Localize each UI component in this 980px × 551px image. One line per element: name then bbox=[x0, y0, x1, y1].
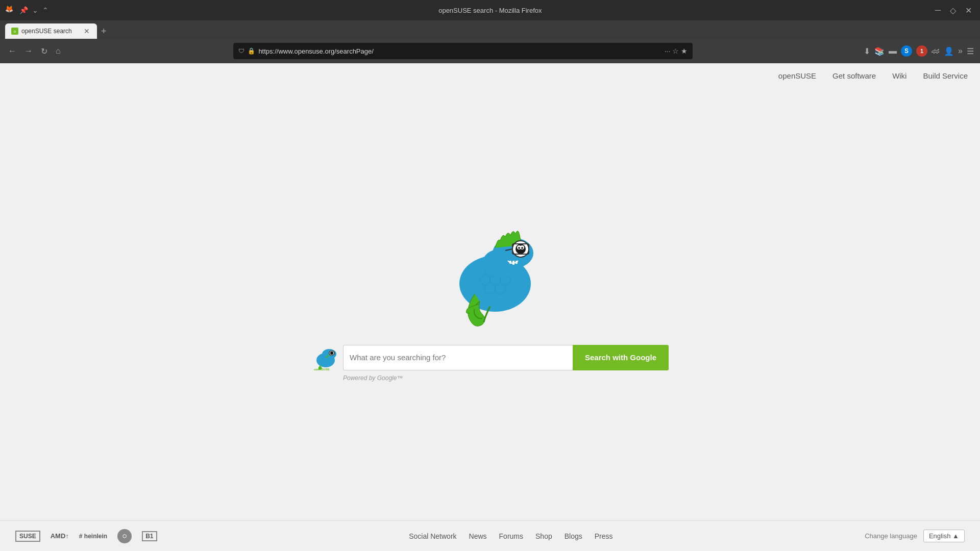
main-content: openSUSE Search with Google Powered by G… bbox=[0, 88, 980, 520]
footer-blogs[interactable]: Blogs bbox=[565, 532, 582, 540]
url-bar[interactable]: 🛡 🔒 ··· ☆ ★ bbox=[233, 43, 693, 59]
search-input-wrap[interactable] bbox=[343, 345, 573, 370]
svg-rect-18 bbox=[509, 261, 511, 264]
url-input[interactable] bbox=[258, 47, 661, 55]
forward-button[interactable]: → bbox=[22, 44, 35, 58]
powered-by-text: Powered by Google™ bbox=[311, 374, 403, 382]
menu-button[interactable]: ☰ bbox=[967, 46, 974, 56]
tab-title: openSUSE search bbox=[21, 28, 80, 35]
overflow-button[interactable]: » bbox=[958, 46, 963, 56]
extension-button-1[interactable]: 🏎 bbox=[932, 46, 940, 56]
tab-close-button[interactable]: ✕ bbox=[83, 27, 91, 35]
titlebar: 🦊 📌 ⌄ ⌃ openSUSE search - Mozilla Firefo… bbox=[0, 0, 980, 20]
svg-point-11 bbox=[516, 244, 526, 254]
security-icon: 🛡 bbox=[238, 47, 244, 55]
pocket-button[interactable]: ☆ bbox=[672, 47, 679, 55]
footer-forums[interactable]: Forums bbox=[499, 532, 523, 540]
sidebar-button[interactable]: ▬ bbox=[889, 46, 897, 56]
lock-icon: 🔒 bbox=[248, 47, 255, 55]
pin-icon[interactable]: 📌 bbox=[19, 6, 28, 14]
search-area: openSUSE Search with Google Powered by G… bbox=[311, 345, 669, 382]
active-tab[interactable]: o openSUSE search ✕ bbox=[5, 23, 97, 39]
svg-point-24 bbox=[330, 352, 333, 355]
toolbar-right: ⬇ 📚 ▬ S 1 🏎 👤 » ☰ bbox=[864, 45, 974, 57]
search-row: openSUSE Search with Google bbox=[311, 345, 669, 370]
download-button[interactable]: ⬇ bbox=[864, 46, 870, 56]
nav-wiki[interactable]: Wiki bbox=[892, 71, 906, 80]
search-button[interactable]: Search with Google bbox=[573, 345, 669, 370]
footer-shop[interactable]: Shop bbox=[535, 532, 552, 540]
url-actions: ··· ☆ ★ bbox=[665, 47, 688, 55]
titlebar-left: 🦊 📌 ⌄ ⌃ bbox=[5, 5, 48, 15]
opensuse-small-logo: openSUSE bbox=[311, 345, 337, 370]
firefox-icon: 🦊 bbox=[5, 5, 15, 15]
more-options-button[interactable]: ··· bbox=[665, 47, 671, 55]
b1-logo: B1 bbox=[142, 531, 157, 541]
extension-button-2[interactable]: 👤 bbox=[944, 46, 954, 56]
bookmark-button[interactable]: ★ bbox=[681, 47, 688, 55]
svg-point-15 bbox=[521, 247, 523, 249]
svg-rect-19 bbox=[512, 261, 514, 265]
language-button[interactable]: English ▲ bbox=[923, 530, 965, 542]
home-button[interactable]: ⌂ bbox=[54, 44, 63, 58]
search-input[interactable] bbox=[350, 353, 567, 362]
minimize-button[interactable]: ─ bbox=[932, 5, 944, 16]
footer-social-network[interactable]: Social Network bbox=[409, 532, 456, 540]
footer-press[interactable]: Press bbox=[595, 532, 613, 540]
nav-get-software[interactable]: Get software bbox=[832, 71, 876, 80]
notification-button[interactable]: 1 bbox=[916, 45, 927, 57]
amd-logo: AMD↑ bbox=[51, 532, 69, 540]
new-tab-button[interactable]: + bbox=[97, 24, 111, 39]
skype-button[interactable]: S bbox=[901, 45, 912, 57]
nav-opensuse[interactable]: openSUSE bbox=[778, 71, 816, 80]
maximize-button[interactable]: ◇ bbox=[947, 5, 959, 16]
svg-text:openSUSE: openSUSE bbox=[314, 368, 330, 370]
tab-favicon: o bbox=[11, 28, 18, 35]
chameleon-logo bbox=[439, 207, 541, 330]
chevron-up-icon[interactable]: ⌃ bbox=[42, 6, 48, 14]
partner-logo-circle: ⬡ bbox=[117, 529, 132, 543]
page-wrapper: openSUSE Get software Wiki Build Service bbox=[0, 63, 980, 520]
footer-news[interactable]: News bbox=[469, 532, 487, 540]
site-nav: openSUSE Get software Wiki Build Service bbox=[0, 63, 980, 88]
address-bar: ← → ↻ ⌂ 🛡 🔒 ··· ☆ ★ ⬇ 📚 ▬ S 1 🏎 👤 » ☰ bbox=[0, 39, 980, 63]
close-button[interactable]: ✕ bbox=[962, 5, 975, 16]
footer-logos: SUSE AMD↑ # heinlein ⬡ B1 bbox=[15, 529, 157, 543]
back-button[interactable]: ← bbox=[6, 44, 18, 58]
reload-button[interactable]: ↻ bbox=[39, 44, 50, 58]
footer-right: Change language English ▲ bbox=[865, 530, 965, 542]
library-button[interactable]: 📚 bbox=[874, 46, 885, 56]
change-language-label: Change language bbox=[865, 532, 917, 540]
suse-logo: SUSE bbox=[15, 531, 40, 542]
nav-build-service[interactable]: Build Service bbox=[923, 71, 968, 80]
footer-links: Social Network News Forums Shop Blogs Pr… bbox=[409, 532, 612, 540]
window-controls[interactable]: ─ ◇ ✕ bbox=[932, 5, 975, 16]
heinlein-logo: # heinlein bbox=[79, 533, 107, 540]
chevron-down-icon[interactable]: ⌄ bbox=[32, 6, 38, 14]
tab-bar: o openSUSE search ✕ + bbox=[0, 20, 980, 39]
window-title: openSUSE search - Mozilla Firefox bbox=[48, 7, 932, 14]
svg-point-14 bbox=[518, 247, 520, 249]
site-footer: SUSE AMD↑ # heinlein ⬡ B1 Social Network… bbox=[0, 520, 980, 551]
svg-rect-20 bbox=[516, 261, 518, 264]
